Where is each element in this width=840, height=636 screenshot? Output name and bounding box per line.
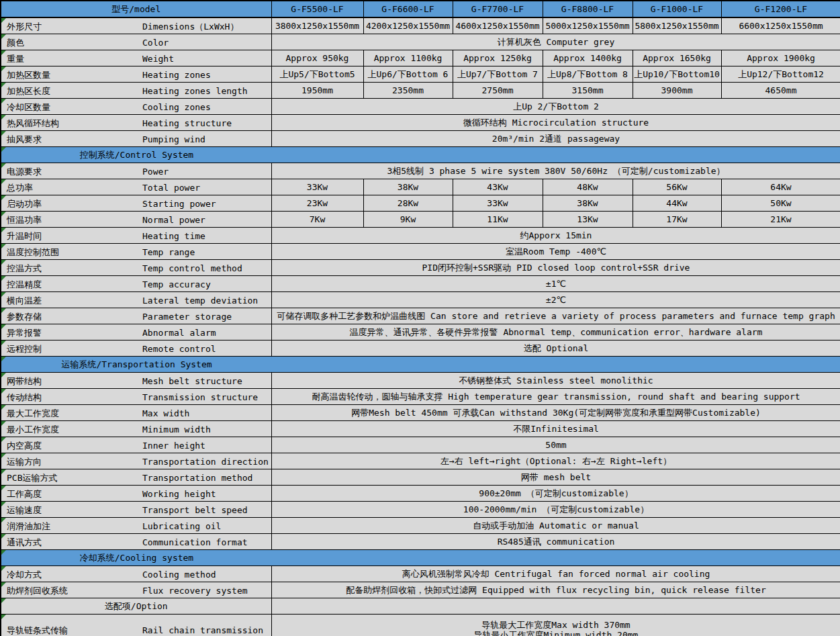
value-cell: Approx 1650kg [633, 50, 721, 66]
value-cell: 33Kw [453, 195, 543, 212]
value-cell: Approx 1900kg [721, 50, 840, 66]
value-cell-merged: 不锈钢整体式 Stainless steel monolithic [271, 373, 840, 389]
table-row: 远程控制Remote control选配 Optional [1, 340, 840, 357]
value-cell-merged: 温度异常、通讯异常、各硬件异常报警 Abnormal temp、communic… [271, 324, 840, 340]
value-cell-merged: 100-2000mm/min （可定制customizable） [271, 502, 840, 518]
value-cell-merged: 网带Mesh belt 450mm 可承载Can withstand 30Kg(… [271, 405, 840, 421]
value-cell: 上Up10/下Bottom10 [633, 66, 721, 83]
error-indicator-triangle [1, 276, 6, 281]
value-cell-merged: 上Up 2/下Bottom 2 [271, 99, 840, 115]
table-row: 颜色Color计算机灰色 Computer grey [1, 34, 840, 50]
table-row: 恒温功率Normal power7Kw9Kw11Kw13Kw17Kw21Kw [1, 212, 840, 228]
spec-label-cell: PCB运输方式Transportation method [1, 469, 271, 486]
spec-label-cell: 最小工作宽度Minimum width [1, 421, 271, 437]
value-cell: 上Up6/下Bottom 6 [363, 66, 453, 83]
value-cell: Approx 1400kg [543, 50, 633, 66]
value-cell: 4600x1250x1550mm [453, 17, 543, 34]
spec-label-cell: 助焊剂回收系统Flux recovery system [1, 582, 271, 598]
table-row: 升温时间Heating time约Apporx 15min [1, 228, 840, 244]
spec-label-cell: 通讯方式Communication format [1, 534, 271, 550]
table-row: 控温精度Temp accuracy±1℃ [1, 276, 840, 292]
value-cell: 3800x1250x1550mm [271, 17, 363, 34]
spec-label-cell: 热风循环结构Heating structure [1, 115, 271, 131]
label-zh: 控温方式 [7, 263, 42, 273]
label-en: Pumping wind [142, 134, 205, 144]
label-zh: 润滑油加注 [7, 520, 50, 531]
table-row: 工作高度Working height900±20mm （可定制customiza… [1, 486, 840, 502]
error-indicator-triangle [1, 437, 6, 442]
value-cell: Approx 950kg [271, 50, 363, 66]
error-indicator-triangle [1, 34, 6, 39]
label-en: Inner height [142, 440, 205, 450]
label-zh: 参数存储 [7, 311, 42, 321]
value-cell: Approx 1250kg [453, 50, 543, 66]
value-cell: 上Up5/下Bottom5 [271, 66, 363, 83]
label-en: Temp control method [142, 263, 242, 273]
value-cell: 3900mm [633, 83, 721, 99]
label-zh: 工作高度 [7, 488, 42, 498]
error-indicator-triangle [1, 453, 6, 458]
table-row: 导轨链条式传输Rail chain transmission导轨最大工作宽度Ma… [1, 615, 840, 636]
label-en: Lubricating oil [142, 520, 221, 531]
value-cell: 4650mm [721, 83, 840, 99]
value-cell-merged: 选配 Optional [271, 340, 840, 357]
spec-label-cell: 外形尺寸Dimensions（LxWxH） [1, 17, 271, 34]
label-zh: 总功率 [7, 182, 33, 192]
model-header-label-cell: 型号/model [1, 1, 271, 17]
value-cell-merged: ±1℃ [271, 276, 840, 292]
spec-table: 型号/modelG-F5500-LFG-F6600-LFG-F7700-LFG-… [0, 0, 840, 636]
spec-label-cell: 控温方式Temp control method [1, 260, 271, 276]
label-zh: 控温精度 [7, 279, 42, 289]
section-header-label: 控制系统/Control System [1, 150, 272, 160]
label-zh: 异常报警 [7, 327, 42, 337]
spec-label-cell: 冷却方式Cooling method [1, 566, 271, 582]
model-header-cell: G-F8800-LF [543, 1, 633, 17]
error-indicator-triangle [1, 244, 6, 248]
value-cell-merged: 20m³/min 2通道 passageway [271, 131, 840, 147]
value-cell-merged: RS485通讯 communication [271, 534, 840, 550]
spec-label-cell: 运输速度Transport belt speed [1, 502, 271, 518]
table-row: 选配项/Option [1, 598, 840, 615]
option-value-cell [271, 598, 840, 615]
table-row: 参数存储Parameter storage可储存调取多种工艺参数和炉温曲线图 C… [1, 308, 840, 324]
value-cell: 28Kw [363, 195, 453, 212]
option-label-cell: 选配项/Option [1, 598, 271, 615]
table-row: 启动功率Starting power23Kw28Kw33Kw38Kw44Kw50… [1, 195, 840, 212]
label-zh: 最小工作宽度 [7, 424, 59, 434]
label-en: Minimum width [142, 424, 211, 434]
error-indicator-triangle [1, 469, 6, 474]
value-cell: Approx 1100kg [363, 50, 453, 66]
label-zh: 通讯方式 [7, 537, 42, 547]
error-indicator-triangle [1, 147, 6, 152]
spec-table-body: 型号/modelG-F5500-LFG-F6600-LFG-F7700-LFG-… [1, 1, 840, 636]
value-cell: 1950mm [271, 83, 363, 99]
label-zh: 传动结构 [7, 392, 42, 402]
table-row: 内空高度Inner height50mm [1, 437, 840, 453]
label-en: Abnormal alarm [142, 327, 216, 337]
label-zh: 助焊剂回收系统 [7, 585, 68, 595]
error-indicator-triangle [1, 18, 6, 23]
error-indicator-triangle [1, 518, 6, 523]
error-indicator-triangle [1, 212, 6, 216]
value-cell: 43Kw [453, 179, 543, 195]
value-cell: 33Kw [271, 179, 363, 195]
spec-label-cell: 加热区长度Heating zones length [1, 83, 271, 99]
section-header-cell: 控制系统/Control System [1, 147, 840, 163]
spec-label-cell: 横向温差Lateral temp deviation [1, 292, 271, 308]
label-en: Mesh belt structure [142, 375, 242, 385]
label-zh: 恒温功率 [7, 214, 42, 224]
spec-label-cell: 导轨链条式传输Rail chain transmission [1, 615, 271, 636]
error-indicator-triangle [1, 389, 6, 394]
label-en: Remote control [142, 343, 216, 353]
value-cell: 3150mm [543, 83, 633, 99]
label-en: Total power [142, 182, 200, 192]
value-cell: 44Kw [633, 195, 721, 212]
label-en: Communication format [142, 537, 248, 547]
value-cell: 5800x1250x1550mm [633, 17, 721, 34]
label-zh: 横向温差 [7, 295, 42, 305]
label-en: Heating zones length [142, 85, 248, 95]
table-row: PCB运输方式Transportation method网带 mesh belt [1, 469, 840, 486]
table-row: 运输方向Transportation direction左→右 left→rig… [1, 453, 840, 469]
error-indicator-triangle [1, 131, 6, 136]
error-indicator-triangle [1, 598, 6, 603]
